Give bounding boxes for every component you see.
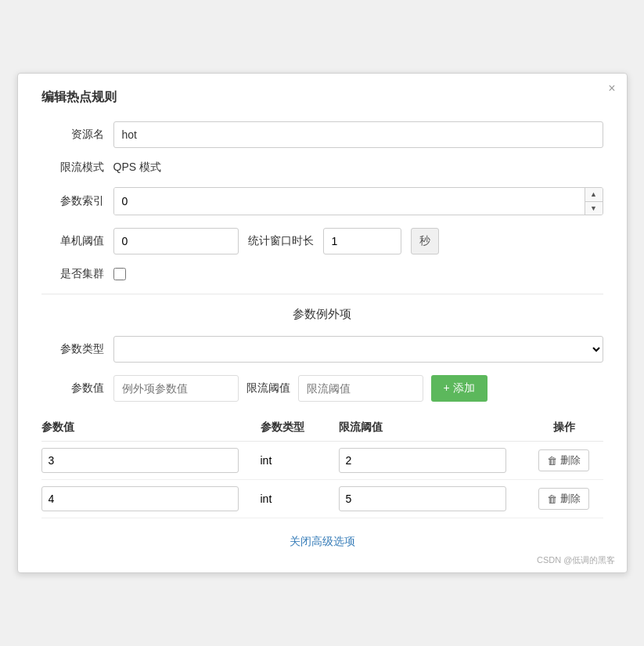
table-row-0-action: 🗑 删除	[525, 449, 603, 471]
table-row-0-param-val-input[interactable]	[41, 448, 239, 473]
table-header-param-val: 参数值	[41, 420, 261, 435]
delete-label-0: 删除	[560, 453, 581, 467]
param-type-label: 参数类型	[41, 342, 104, 356]
table-row-1-delete-button[interactable]: 🗑 删除	[538, 488, 589, 510]
param-type-row: 参数类型 int double float long String	[41, 336, 603, 363]
rate-mode-label: 限流模式	[41, 161, 104, 175]
table-row-0-delete-button[interactable]: 🗑 删除	[538, 449, 589, 471]
table-row-1-limit-val	[339, 486, 525, 511]
window-label: 统计窗口时长	[248, 234, 314, 248]
window-unit-label: 秒	[411, 228, 439, 254]
table-row-1-param-val	[41, 486, 261, 511]
close-dialog-button[interactable]: ×	[608, 81, 615, 96]
section-divider	[41, 294, 603, 294]
window-input[interactable]	[323, 228, 401, 254]
param-index-label: 参数索引	[41, 194, 104, 208]
table-header-param-type: 参数类型	[261, 420, 339, 435]
threshold-window-inline: 统计窗口时长 秒	[113, 228, 439, 254]
table-header-limit-val: 限流阈值	[339, 420, 525, 435]
spinner-down-button[interactable]: ▼	[585, 202, 603, 215]
footer-link-area: 关闭高级选项	[41, 534, 603, 549]
table-header: 参数值 参数类型 限流阈值 操作	[41, 414, 603, 442]
threshold-label-inline: 限流阈值	[246, 381, 290, 395]
is-cluster-row: 是否集群	[41, 267, 603, 281]
threshold-window-row: 单机阈值 统计窗口时长 秒	[41, 228, 603, 254]
form-section: 资源名 限流模式 QPS 模式 参数索引 ▲ ▼ 单机阈值 统计窗口时长	[41, 121, 603, 281]
is-cluster-label: 是否集群	[41, 267, 104, 281]
param-row-inputs: 限流阈值 + 添加	[113, 375, 603, 402]
edit-hotspot-rule-dialog: × 编辑热点规则 资源名 限流模式 QPS 模式 参数索引 ▲ ▼	[17, 73, 628, 573]
watermark: CSDN @低调的黑客	[537, 554, 615, 566]
table-header-action: 操作	[525, 420, 603, 435]
param-value-label: 参数值	[41, 381, 104, 395]
param-index-spinner[interactable]: ▲ ▼	[113, 187, 603, 215]
spinner-arrows: ▲ ▼	[585, 188, 603, 215]
table-row-0-limit-val	[339, 448, 525, 473]
exception-section-title: 参数例外项	[41, 307, 603, 322]
close-advanced-link[interactable]: 关闭高级选项	[290, 535, 355, 547]
rate-mode-row: 限流模式 QPS 模式	[41, 161, 603, 175]
trash-icon-1: 🗑	[547, 493, 557, 505]
param-type-select[interactable]: int double float long String	[113, 336, 603, 363]
rate-mode-value: QPS 模式	[113, 161, 161, 175]
param-index-input[interactable]	[114, 188, 585, 215]
table-row: int 🗑 删除	[41, 480, 603, 518]
dialog-title: 编辑热点规则	[41, 89, 603, 106]
single-threshold-label: 单机阈值	[41, 234, 104, 248]
delete-label-1: 删除	[560, 492, 581, 506]
param-value-input[interactable]	[113, 375, 239, 402]
table-row-1-param-type: int	[261, 493, 339, 505]
resource-name-input[interactable]	[113, 121, 603, 148]
table-row: int 🗑 删除	[41, 442, 603, 480]
is-cluster-checkbox[interactable]	[113, 268, 126, 280]
table-row-1-param-val-input[interactable]	[41, 486, 239, 511]
single-threshold-input[interactable]	[113, 228, 239, 254]
param-index-row: 参数索引 ▲ ▼	[41, 187, 603, 215]
table-row-0-param-val	[41, 448, 261, 473]
spinner-up-button[interactable]: ▲	[585, 188, 603, 202]
table-row-0-limit-val-input[interactable]	[339, 448, 506, 473]
resource-name-row: 资源名	[41, 121, 603, 148]
table-row-1-limit-val-input[interactable]	[339, 486, 506, 511]
trash-icon-0: 🗑	[547, 455, 557, 467]
table-row-0-param-type: int	[261, 454, 339, 467]
param-value-add-row: 参数值 限流阈值 + 添加	[41, 375, 603, 402]
add-exception-button[interactable]: + 添加	[431, 375, 487, 402]
resource-name-label: 资源名	[41, 128, 104, 142]
threshold-input[interactable]	[298, 375, 423, 402]
table-row-1-action: 🗑 删除	[525, 488, 603, 510]
